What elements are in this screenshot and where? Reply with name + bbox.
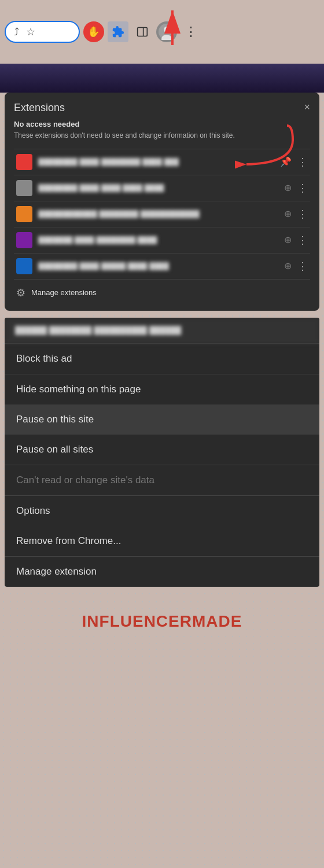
extensions-panel-header: Extensions × [14,102,310,114]
panel-spacer [0,311,324,318]
sidebar-toggle-icon[interactable] [132,21,153,42]
more-button-4[interactable]: ⋮ [297,234,308,247]
ext-icon-5 [16,258,32,274]
context-menu-header: ██████ ████████ ██████████ ██████ [5,318,319,343]
context-menu-container: ██████ ████████ ██████████ ██████ Block … [5,318,319,587]
pin-button-5[interactable]: ⊕ [284,260,292,271]
close-button[interactable]: × [304,102,310,112]
ext-name-4: ███████ ████ ████████ ████ [38,236,278,244]
gear-icon: ⚙ [16,286,25,299]
footer: INFLUENCERMADE [0,598,324,645]
page-background-strip [0,64,324,93]
brand-text: INFLUENCERMADE [82,612,242,631]
ext-name-3: ████████████ ████████ ████████████ [38,210,278,218]
block-ad-item[interactable]: Block this ad [5,344,319,374]
bookmark-icon: ☆ [26,25,35,38]
manage-extensions-label: Manage extensions [31,288,97,297]
extension-item-3: ████████████ ████████ ████████████ ⊕ ⋮ [14,201,310,227]
extensions-panel-title: Extensions [14,102,65,114]
ext-icon-2 [16,180,32,196]
puzzle-svg [112,25,124,38]
pause-all-item[interactable]: Pause on all sites [5,435,319,465]
browser-toolbar: ⤴ ☆ ✋ ⋮ [0,0,324,64]
extension-item-4: ███████ ████ ████████ ████ ⊕ ⋮ [14,227,310,253]
pin-button-3[interactable]: ⊕ [284,208,292,219]
more-button-2[interactable]: ⋮ [297,182,308,194]
hide-something-item[interactable]: Hide something on this page [5,374,319,404]
options-item[interactable]: Options [5,496,319,526]
red-arrow-up [155,5,190,45]
ext-name-5: ████████ ████ █████ ████ ████ [38,262,278,270]
more-button-5[interactable]: ⋮ [297,260,308,273]
red-arrow-down [235,123,304,169]
url-bar[interactable]: ⤴ ☆ [5,21,80,43]
extensions-panel: Extensions × No access needed These exte… [5,93,319,311]
svg-rect-2 [138,28,148,36]
remove-chrome-item[interactable]: Remove from Chrome... [5,526,319,556]
cant-read-item: Can't read or change site's data [5,465,319,495]
manage-extension-item[interactable]: Manage extension [5,557,319,587]
pause-site-item[interactable]: Pause on this site [5,404,319,435]
ext-icon-3 [16,206,32,222]
more-button-3[interactable]: ⋮ [297,208,308,220]
split-view-svg [137,26,148,38]
brand-accent: MADE [192,612,242,630]
manage-extensions-row[interactable]: ⚙ Manage extensions [14,279,310,301]
pin-button-2[interactable]: ⊕ [284,182,292,193]
share-icon: ⤴ [14,26,19,38]
extensions-puzzle-icon[interactable] [108,21,128,42]
brand-normal: INFLUENCER [82,612,192,630]
ext-name-2: ████████ ████ ████ ████ ████ [38,184,278,192]
pin-button-4[interactable]: ⊕ [284,234,292,245]
ext-icon-1 [16,154,32,170]
extension-item-2: ████████ ████ ████ ████ ████ ⊕ ⋮ [14,175,310,201]
ext-icon-4 [16,232,32,248]
extension-item-5: ████████ ████ █████ ████ ████ ⊕ ⋮ [14,253,310,279]
stop-extension-icon[interactable]: ✋ [83,21,104,42]
